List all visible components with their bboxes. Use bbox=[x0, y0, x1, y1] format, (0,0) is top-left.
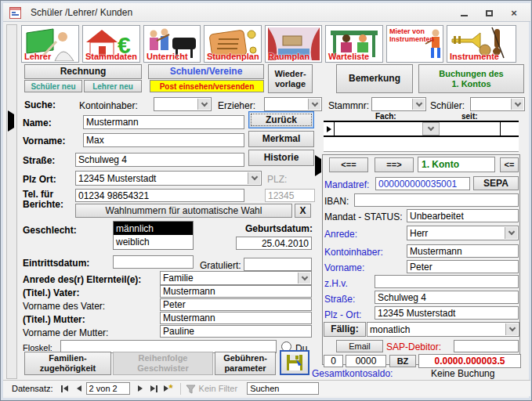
dropdown-arrow-icon[interactable] bbox=[511, 99, 523, 110]
sap-debitor-field[interactable] bbox=[454, 340, 519, 352]
vorname-field[interactable]: Max bbox=[83, 133, 244, 147]
stammnr-search-combo[interactable] bbox=[371, 97, 426, 111]
anrede-eltern-combo[interactable]: Familie bbox=[160, 271, 312, 285]
konto-anrede-combo[interactable]: Herr bbox=[407, 226, 519, 240]
mutter-vorname-field[interactable]: Pauline bbox=[160, 325, 312, 338]
record-position-box[interactable]: 2 von 2 bbox=[86, 382, 130, 395]
zurueck-button[interactable]: Zurück bbox=[248, 111, 314, 128]
name-field[interactable]: Mustermann bbox=[83, 115, 244, 129]
code-value-field[interactable]: 0.0000.000003.5 bbox=[418, 354, 521, 368]
app-window: Schüler /Lehrer/ Kunden × Lehrer € Stamm… bbox=[0, 0, 532, 401]
konto-strasse-field[interactable]: Schulweg 4 bbox=[375, 291, 519, 304]
mandat-status-field[interactable]: Unbearbeitet bbox=[407, 209, 519, 222]
toolbar-button-instrumente[interactable]: Instrumente bbox=[447, 25, 516, 63]
erzieher-search-combo[interactable] bbox=[264, 97, 322, 111]
post-button[interactable]: Post einsehen/versenden bbox=[150, 80, 264, 92]
toolbar-button-warteliste[interactable]: Warteliste bbox=[325, 25, 383, 63]
last-record-button[interactable] bbox=[147, 382, 161, 396]
konto-strasse-label: Straße: bbox=[324, 294, 355, 305]
merkmal-button[interactable]: Merkmal bbox=[248, 131, 314, 147]
new-record-button[interactable]: * bbox=[161, 382, 176, 396]
email-button[interactable]: Email bbox=[336, 340, 383, 352]
code-field-2[interactable]: 0000 bbox=[346, 355, 386, 367]
first-record-button[interactable] bbox=[58, 382, 72, 396]
dropdown-arrow-icon[interactable] bbox=[412, 99, 425, 110]
dropdown-arrow-icon[interactable] bbox=[505, 227, 517, 239]
dropdown-arrow-icon[interactable] bbox=[197, 99, 210, 110]
save-button[interactable] bbox=[280, 350, 309, 375]
wiedervorlage-button[interactable]: Wieder- vorlage bbox=[268, 64, 313, 93]
tel-label-line2: Berichte: bbox=[23, 199, 63, 210]
eintrittsdatum-field[interactable] bbox=[113, 255, 194, 269]
x-button[interactable]: X bbox=[295, 204, 311, 218]
next-record-button[interactable] bbox=[133, 382, 147, 396]
dropdown-arrow-icon[interactable] bbox=[505, 323, 518, 335]
tel-field[interactable]: 01234 98654321 bbox=[75, 189, 244, 202]
dropdown-arrow-icon[interactable] bbox=[308, 99, 320, 110]
plz-field[interactable]: 12345 bbox=[265, 189, 315, 202]
gebuehrenparameter-button[interactable]: Gebühren- parameter bbox=[215, 352, 276, 375]
faellig-combo[interactable]: monatlich bbox=[367, 322, 519, 337]
familienzugehoerigkeit-button[interactable]: Familien- zugehörigkeit bbox=[24, 352, 111, 375]
previous-record-button[interactable] bbox=[72, 382, 86, 396]
reihenfolge-geschwister-button[interactable]: Reihenfolge Geschwister bbox=[113, 352, 213, 375]
toolbar-button-stammdaten[interactable]: € Stammdaten bbox=[82, 25, 140, 63]
historie-button[interactable]: Historie bbox=[248, 150, 314, 166]
subform-extra-cell[interactable] bbox=[500, 122, 519, 135]
schueler-search-combo[interactable] bbox=[470, 97, 525, 111]
fach-dropdown-button[interactable] bbox=[422, 122, 440, 135]
toolbar-button-mieter[interactable]: Mieter von Instrumenten bbox=[386, 25, 443, 63]
kein-filter-button[interactable]: Kein Filter bbox=[199, 384, 238, 393]
konto-kontoinhaber-label: Kontoinhaber: bbox=[324, 247, 383, 258]
zhv-field[interactable] bbox=[375, 275, 519, 288]
iban-label: IBAN: bbox=[324, 196, 349, 207]
dropdown-arrow-icon[interactable] bbox=[298, 273, 310, 284]
vater-vorname-field[interactable]: Peter bbox=[160, 298, 312, 311]
minimize-button[interactable] bbox=[455, 6, 472, 20]
schulen-vereine-button[interactable]: Schulen/Vereine bbox=[148, 64, 264, 79]
konto-next-button[interactable]: ==> bbox=[375, 157, 414, 172]
record-search-input[interactable]: Suchen bbox=[247, 382, 319, 395]
schueler-neu-button[interactable]: Schüler neu bbox=[24, 80, 82, 92]
konto-back-button[interactable]: <= bbox=[500, 157, 519, 172]
wahlnummern-button[interactable]: Wahlnummern für automatische Wahl bbox=[75, 204, 292, 218]
geburtsdatum-field[interactable]: 25.04.2010 bbox=[236, 237, 312, 250]
code-field-1[interactable]: 0 bbox=[324, 355, 343, 367]
plz-ort-combo[interactable]: 12345 Musterstadt bbox=[75, 171, 262, 186]
toolbar-button-stundenplan[interactable]: Stundenplan bbox=[204, 25, 262, 63]
gratuliert-field[interactable] bbox=[244, 258, 312, 271]
dropdown-arrow-icon[interactable] bbox=[248, 172, 260, 184]
kontoinhaber-search-combo[interactable] bbox=[154, 97, 212, 111]
buchungen-button[interactable]: Buchungen des 1. Kontos bbox=[418, 64, 524, 93]
bz-button[interactable]: BZ bbox=[389, 355, 416, 367]
sepa-button[interactable]: SEPA bbox=[473, 176, 519, 190]
lehrer-neu-button[interactable]: Lehrer neu bbox=[84, 80, 142, 92]
toolbar-button-unterricht[interactable]: Unterricht bbox=[143, 25, 201, 63]
geschlecht-option-maennlich[interactable]: männlich bbox=[114, 222, 193, 235]
familie-line1: Familien- bbox=[49, 353, 86, 363]
toolbar-button-lehrer[interactable]: Lehrer bbox=[21, 25, 79, 63]
mutter-field[interactable]: Mustermann bbox=[160, 312, 312, 324]
vater-vorname-label: Vorname des Vater: bbox=[23, 301, 105, 312]
fach-empty-row[interactable] bbox=[324, 137, 519, 152]
bemerkung-button[interactable]: Bemerkung bbox=[336, 64, 413, 93]
konto-prev-button[interactable]: <== bbox=[329, 157, 368, 172]
close-button[interactable]: × bbox=[505, 6, 523, 20]
konto-plz-ort-field[interactable]: 12345 Musterstadt bbox=[375, 306, 519, 320]
iban-field[interactable] bbox=[354, 193, 519, 207]
toolbar-button-raumplan[interactable]: Raumplan bbox=[265, 25, 322, 63]
subform-record-selector[interactable] bbox=[324, 122, 335, 135]
rechnung-button[interactable]: Rechnung bbox=[24, 64, 142, 79]
mandatref-field[interactable]: 000000000035001 bbox=[375, 177, 470, 190]
maximize-button[interactable] bbox=[480, 6, 498, 20]
form-icon bbox=[9, 7, 21, 19]
familie-line2: zugehörigkeit bbox=[40, 363, 96, 374]
konto-kontoinhaber-field[interactable]: Mustermann bbox=[407, 244, 519, 258]
seit-cell[interactable] bbox=[440, 122, 500, 135]
fach-cell[interactable] bbox=[335, 122, 422, 135]
geschlecht-option-weiblich[interactable]: weiblich bbox=[114, 235, 193, 248]
strasse-field[interactable]: Schulweg 4 bbox=[75, 153, 244, 167]
title-bar[interactable]: Schüler /Lehrer/ Kunden × bbox=[3, 3, 530, 22]
konto-vorname-field[interactable]: Peter bbox=[407, 260, 519, 273]
vater-field[interactable]: Mustermann bbox=[160, 285, 312, 298]
